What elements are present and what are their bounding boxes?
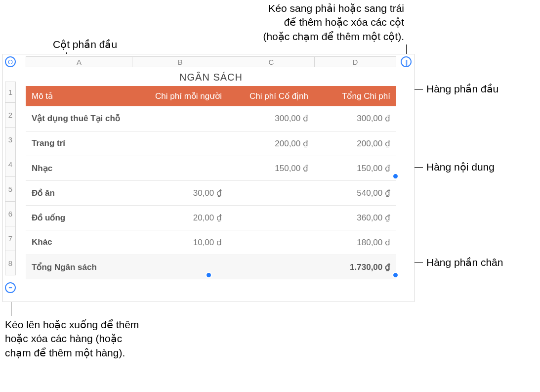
callout-line-text: để thêm hoặc xóa các cột bbox=[263, 15, 404, 29]
header-fixed[interactable]: Chi phí Cố định bbox=[228, 86, 314, 106]
callout-line-text: Kéo lên hoặc xuống để thêm bbox=[5, 318, 139, 332]
cell-per-person[interactable]: 20,00 ₫ bbox=[132, 205, 228, 230]
column-header-a[interactable]: A bbox=[26, 56, 132, 67]
cell-per-person[interactable]: 30,00 ₫ bbox=[132, 180, 228, 205]
header-desc[interactable]: Mô tả bbox=[26, 86, 132, 106]
cell-fixed[interactable]: 300,00 ₫ bbox=[228, 106, 314, 131]
cell-per-person[interactable]: 10,00 ₫ bbox=[132, 230, 228, 255]
cell-fixed[interactable] bbox=[228, 180, 314, 205]
spreadsheet-container: O || A B C D 1 2 3 4 5 6 7 8 = NGÂN SÁCH bbox=[2, 54, 415, 302]
cell-desc[interactable]: Đồ ăn bbox=[26, 180, 132, 205]
add-column-handle[interactable]: || bbox=[401, 56, 412, 67]
table-row[interactable]: Vật dụng thuê Tại chỗ 300,00 ₫ 300,00 ₫ bbox=[26, 106, 396, 131]
cell-fixed[interactable] bbox=[228, 230, 314, 255]
column-header-c[interactable]: C bbox=[228, 56, 314, 67]
callout-header-row: Hàng phần đầu bbox=[426, 82, 498, 96]
row-header-6[interactable]: 6 bbox=[5, 201, 16, 226]
callout-line-text: chạm để thêm một hàng). bbox=[5, 346, 139, 360]
callout-line bbox=[406, 44, 407, 54]
row-header-5[interactable]: 5 bbox=[5, 176, 16, 201]
callout-add-columns: Kéo sang phải hoặc sang trái để thêm hoặ… bbox=[263, 1, 404, 44]
callout-footer-row: Hàng phần chân bbox=[426, 256, 503, 269]
footer-fixed[interactable] bbox=[228, 255, 314, 279]
row-header-2[interactable]: 2 bbox=[5, 102, 16, 127]
header-per-person[interactable]: Chi phí mỗi người bbox=[132, 86, 228, 106]
callout-header-column: Cột phần đầu bbox=[53, 38, 117, 51]
selection-handle-icon[interactable] bbox=[392, 272, 399, 278]
table-row[interactable]: Trang trí 200,00 ₫ 200,00 ₫ bbox=[26, 131, 396, 156]
cell-total[interactable]: 300,00 ₫ bbox=[314, 106, 396, 131]
column-header-d[interactable]: D bbox=[314, 56, 396, 67]
cell-per-person[interactable] bbox=[132, 156, 228, 180]
cell-desc[interactable]: Nhạc bbox=[26, 156, 132, 180]
cell-desc[interactable]: Khác bbox=[26, 230, 132, 255]
cell-total[interactable]: 200,00 ₫ bbox=[314, 131, 396, 156]
budget-table[interactable]: Mô tả Chi phí mỗi người Chi phí Cố định … bbox=[26, 86, 396, 279]
table-row[interactable]: Đồ ăn 30,00 ₫ 540,00 ₫ bbox=[26, 180, 396, 205]
selection-handle-icon[interactable] bbox=[206, 272, 212, 278]
callout-line-text: Kéo sang phải hoặc sang trái bbox=[263, 1, 404, 15]
footer-desc[interactable]: Tổng Ngân sách bbox=[26, 255, 132, 279]
callout-line-text: (hoặc chạm để thêm một cột). bbox=[263, 30, 404, 44]
footer-per-person[interactable] bbox=[132, 255, 228, 279]
callout-add-rows: Kéo lên hoặc xuống để thêm hoặc xóa các … bbox=[5, 318, 139, 360]
cell-fixed[interactable] bbox=[228, 205, 314, 230]
column-headers: A B C D bbox=[26, 56, 396, 67]
cell-desc[interactable]: Đồ uống bbox=[26, 205, 132, 230]
footer-total[interactable]: 1.730,00 ₫ bbox=[314, 255, 396, 279]
row-header-3[interactable]: 3 bbox=[5, 127, 16, 152]
callout-line-text: hoặc xóa các hàng (hoặc bbox=[5, 332, 139, 346]
table-header-row[interactable]: Mô tả Chi phí mỗi người Chi phí Cố định … bbox=[26, 86, 396, 106]
cell-desc[interactable]: Vật dụng thuê Tại chỗ bbox=[26, 106, 132, 131]
selection-handle-icon[interactable] bbox=[392, 173, 399, 179]
row-headers: 1 2 3 4 5 6 7 8 bbox=[5, 82, 16, 275]
table-area: NGÂN SÁCH Mô tả Chi phí mỗi người Chi ph… bbox=[26, 70, 396, 279]
cell-total[interactable]: 540,00 ₫ bbox=[314, 180, 396, 205]
cell-desc[interactable]: Trang trí bbox=[26, 131, 132, 156]
cell-per-person[interactable] bbox=[132, 106, 228, 131]
add-row-handle[interactable]: = bbox=[5, 282, 16, 293]
row-header-7[interactable]: 7 bbox=[5, 226, 16, 251]
table-row[interactable]: Nhạc 150,00 ₫ 150,00 ₫ bbox=[26, 156, 396, 180]
row-header-1[interactable]: 1 bbox=[5, 82, 16, 102]
cell-fixed[interactable]: 150,00 ₫ bbox=[228, 156, 314, 180]
cell-per-person[interactable] bbox=[132, 131, 228, 156]
cell-total[interactable]: 360,00 ₫ bbox=[314, 205, 396, 230]
callout-body-rows: Hàng nội dung bbox=[426, 160, 495, 174]
column-header-b[interactable]: B bbox=[132, 56, 228, 67]
cell-total[interactable]: 180,00 ₫ bbox=[314, 230, 396, 255]
table-row[interactable]: Đồ uống 20,00 ₫ 360,00 ₫ bbox=[26, 205, 396, 230]
table-handle-icon[interactable]: O bbox=[5, 56, 16, 67]
table-title[interactable]: NGÂN SÁCH bbox=[26, 70, 396, 86]
row-header-8[interactable]: 8 bbox=[5, 251, 16, 275]
cell-fixed[interactable]: 200,00 ₫ bbox=[228, 131, 314, 156]
row-header-4[interactable]: 4 bbox=[5, 152, 16, 176]
table-row[interactable]: Khác 10,00 ₫ 180,00 ₫ bbox=[26, 230, 396, 255]
header-total[interactable]: Tổng Chi phí bbox=[314, 86, 396, 106]
cell-total[interactable]: 150,00 ₫ bbox=[314, 156, 396, 180]
